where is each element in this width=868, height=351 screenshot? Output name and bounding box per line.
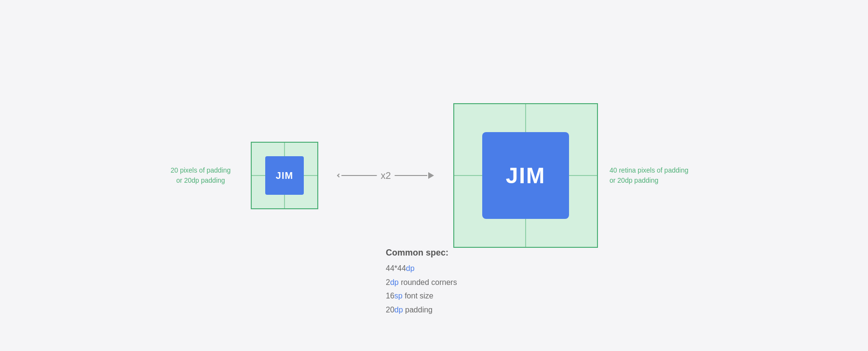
- spec-line3-suffix: font size: [403, 292, 434, 300]
- spec-line-2: 2dp rounded corners: [386, 276, 457, 290]
- right-label-line1: 40 retina pixels of padding: [610, 166, 688, 174]
- spec-line4-highlight: dp: [394, 306, 403, 314]
- spec-line2-highlight: dp: [390, 278, 399, 286]
- small-diagram-wrapper: 20 pixels of padding or 20dp padding JIM: [162, 142, 318, 209]
- spec-line1-prefix: 44*44: [386, 264, 406, 272]
- main-container: 20 pixels of padding or 20dp padding JIM…: [0, 0, 868, 351]
- large-diagram: JIM: [453, 103, 598, 248]
- spec-line-1: 44*44dp: [386, 262, 457, 276]
- right-label: 40 retina pixels of padding or 20dp padd…: [610, 165, 706, 186]
- spec-section: Common spec: 44*44dp 2dp rounded corners…: [386, 248, 457, 317]
- spec-line4-prefix: 20: [386, 306, 394, 314]
- large-avatar: JIM: [482, 132, 569, 219]
- spec-line3-prefix: 16: [386, 292, 394, 300]
- left-label-line1: 20 pixels of padding: [171, 166, 231, 174]
- spec-line4-suffix: padding: [403, 306, 433, 314]
- spec-title: Common spec:: [386, 248, 457, 258]
- spec-line-4: 20dp padding: [386, 303, 457, 317]
- large-diagram-wrapper: JIM 40 retina pixels of padding or 20dp …: [453, 103, 706, 248]
- arrow-end: [428, 172, 434, 179]
- arrow-start: [337, 174, 341, 177]
- x2-label: x2: [377, 170, 394, 181]
- spec-line3-highlight: sp: [394, 292, 403, 300]
- spec-line2-prefix: 2: [386, 278, 390, 286]
- small-avatar: JIM: [265, 156, 304, 195]
- arrow-section: x2: [338, 172, 434, 179]
- left-label-line2: or 20dp padding: [176, 176, 225, 184]
- right-label-line2: or 20dp padding: [610, 176, 658, 184]
- left-label: 20 pixels of padding or 20dp padding: [162, 165, 239, 186]
- small-diagram: JIM: [251, 142, 318, 209]
- spec-line1-highlight: dp: [406, 264, 415, 272]
- spec-line2-suffix: rounded corners: [399, 278, 457, 286]
- spec-line-3: 16sp font size: [386, 289, 457, 303]
